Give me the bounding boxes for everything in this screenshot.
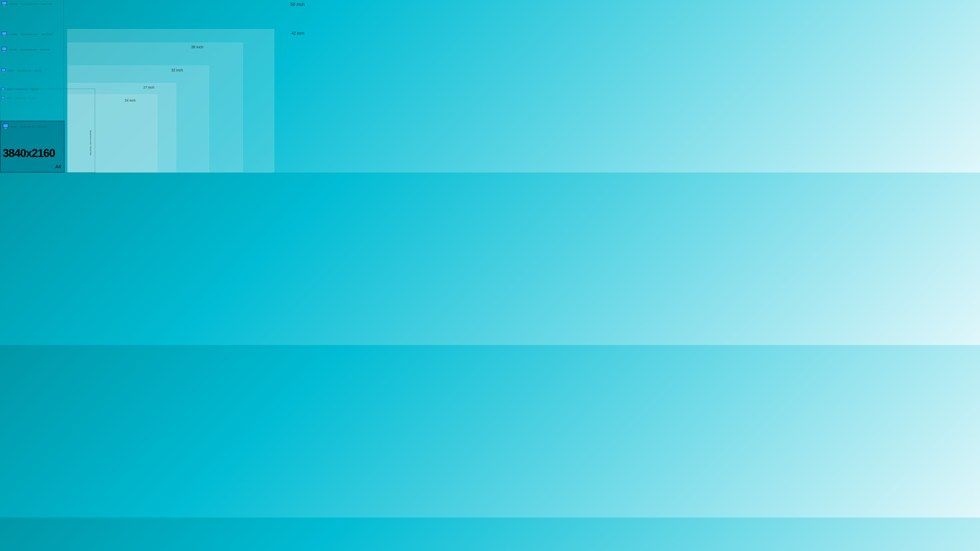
resolution-text: 3840x2160 <box>3 147 55 160</box>
svg-rect-15 <box>2 72 5 72</box>
svg-rect-18 <box>3 90 3 90</box>
svg-rect-13 <box>2 69 5 71</box>
svg-rect-25 <box>3 124 8 127</box>
bottom-monitor-row: Arial 12pt Times New Roman 12pt Segoe UI… <box>2 124 46 130</box>
font-info-1: Arial 10.08pt Times New Roman 10.08pt Se… <box>10 34 52 35</box>
font-times-2: Times New Roman 9.11pt <box>21 49 36 50</box>
monitor-row-2: Arial 9.09pt Times New Roman 9.11pt Sego… <box>1 47 50 52</box>
svg-rect-7 <box>3 36 6 37</box>
svg-rect-27 <box>4 129 7 129</box>
svg-rect-3 <box>3 6 6 6</box>
font-segoe-bottom: Segoe UI 12pt <box>38 126 46 127</box>
label-38inch: 38 inch <box>191 45 204 49</box>
monitor-icon-1 <box>1 32 7 37</box>
monitor-row-5: Arial 4.7pt Times New Roman 4.7pt Segoe … <box>1 97 35 100</box>
svg-rect-2 <box>3 5 5 6</box>
svg-rect-6 <box>3 35 5 36</box>
font-arial-2: Arial 9.09pt <box>10 49 16 50</box>
monitor-icon-bottom <box>2 124 9 130</box>
monitor-row-0: Arial 13.07pt Times New Roman 13.07pt Se… <box>1 1 52 7</box>
svg-rect-26 <box>5 128 6 128</box>
font-info-2: Arial 9.09pt Times New Roman 9.11pt Sego… <box>10 49 50 50</box>
screen-24-rect <box>67 94 158 173</box>
svg-rect-19 <box>2 90 4 91</box>
monitor-icon-4 <box>1 87 5 91</box>
resolution-box: Arial 12pt Times New Roman 12pt Segoe UI… <box>0 121 65 173</box>
monitor-icon-3 <box>1 68 6 73</box>
font-times-3: Times New Roman 6.71pt <box>18 70 30 71</box>
label-24inch: 24 inch <box>125 98 135 102</box>
monitor-icon-5 <box>1 97 5 100</box>
font-arial-bottom: Arial 12pt <box>10 126 16 127</box>
font-arial-5: Arial 4.7pt <box>7 98 11 99</box>
font-times-bottom: Times New Roman 12pt <box>19 126 34 127</box>
font-arial-4: Arial 5.2pt <box>7 89 12 90</box>
svg-rect-17 <box>2 88 4 90</box>
font-arial-1: Arial 10.08pt <box>10 34 17 35</box>
font-segoe-2: Segoe UI 9.09pt <box>40 49 50 50</box>
font-arial-3: Arial 6.5pt <box>8 70 13 71</box>
svg-rect-11 <box>3 51 6 52</box>
label-42inch: 42 inch <box>291 31 304 36</box>
visual-field-label: Визуальное поле / Visual Field <box>90 130 92 156</box>
a4-label: A4 <box>56 164 61 169</box>
bottom-font-labels: Arial 12pt Times New Roman 12pt Segoe UI… <box>10 126 46 127</box>
font-times-4: Times New Roman 5.2pt <box>16 89 27 90</box>
monitor-row-3: Arial 6.5pt Times New Roman 6.71pt Segoe… <box>1 68 42 73</box>
font-times-1: Times New Roman 10.08pt <box>21 34 38 35</box>
svg-rect-5 <box>2 32 6 35</box>
font-info-4: Arial 5.2pt Times New Roman 5.2pt Segoe … <box>7 89 38 90</box>
monitor-row-1: Arial 10.08pt Times New Roman 10.08pt Se… <box>1 32 52 37</box>
font-info-0: Arial 13.07pt Times New Roman 13.07pt Se… <box>10 3 52 5</box>
svg-rect-1 <box>2 2 6 5</box>
label-27inch: 27 inch <box>143 85 154 89</box>
font-segoe-1: Segoe UI 10.08pt <box>41 34 52 35</box>
font-times-5: Times New Roman 4.7pt <box>15 98 25 99</box>
font-segoe-0: Segoe UI 13.07pt <box>41 3 52 5</box>
font-info-5: Arial 4.7pt Times New Roman 4.7pt Segoe … <box>7 98 35 99</box>
label-32inch: 32 inch <box>171 68 183 72</box>
svg-rect-9 <box>2 48 6 50</box>
svg-rect-21 <box>2 97 4 98</box>
svg-rect-14 <box>3 71 4 72</box>
monitor-icon-2 <box>1 47 7 52</box>
font-arial-0: Arial 13.07pt <box>10 3 17 5</box>
font-segoe-3: Segoe UI 6.5pt <box>34 70 42 71</box>
font-segoe-5: Segoe UI 4.7pt <box>29 98 35 99</box>
font-info-3: Arial 6.5pt Times New Roman 6.71pt Segoe… <box>8 70 42 71</box>
font-segoe-4: Segoe UI 5.2pt <box>31 89 38 90</box>
font-times-0: Times New Roman 13.07pt <box>21 3 38 5</box>
svg-rect-10 <box>3 51 5 51</box>
monitor-icon-0 <box>1 1 7 7</box>
svg-rect-22 <box>2 98 3 99</box>
monitor-row-4: Arial 5.2pt Times New Roman 5.2pt Segoe … <box>1 87 38 91</box>
label-50inch: 50 inch <box>290 2 305 7</box>
